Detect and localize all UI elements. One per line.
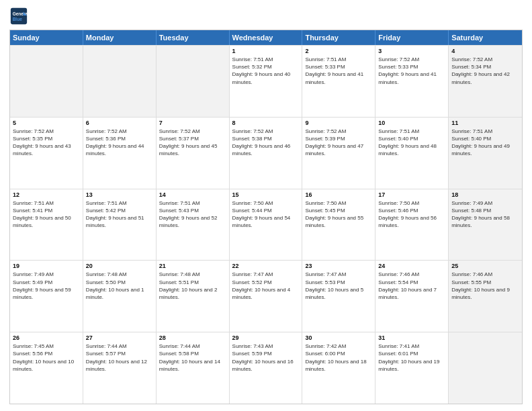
cal-cell: 3Sunrise: 7:52 AM Sunset: 5:33 PM Daylig… (375, 46, 449, 117)
cal-cell: 31Sunrise: 7:41 AM Sunset: 6:01 PM Dayli… (375, 332, 449, 404)
day-number: 12 (13, 191, 80, 198)
week-row-2: 5Sunrise: 7:52 AM Sunset: 5:35 PM Daylig… (10, 117, 522, 189)
cal-cell: 5Sunrise: 7:52 AM Sunset: 5:35 PM Daylig… (10, 118, 83, 189)
day-info: Sunrise: 7:51 AM Sunset: 5:43 PM Dayligh… (159, 199, 226, 230)
day-info: Sunrise: 7:45 AM Sunset: 5:56 PM Dayligh… (13, 342, 80, 373)
cal-cell: 6Sunrise: 7:52 AM Sunset: 5:36 PM Daylig… (83, 118, 157, 189)
cal-cell: 10Sunrise: 7:51 AM Sunset: 5:40 PM Dayli… (375, 118, 449, 189)
cal-cell: 7Sunrise: 7:52 AM Sunset: 5:37 PM Daylig… (157, 118, 230, 189)
day-info: Sunrise: 7:50 AM Sunset: 5:45 PM Dayligh… (305, 199, 372, 230)
cal-cell: 22Sunrise: 7:47 AM Sunset: 5:52 PM Dayli… (230, 261, 303, 332)
cal-cell: 18Sunrise: 7:49 AM Sunset: 5:48 PM Dayli… (449, 189, 522, 261)
cal-cell: 2Sunrise: 7:51 AM Sunset: 5:33 PM Daylig… (302, 46, 375, 117)
cal-cell (157, 46, 230, 117)
week-row-5: 26Sunrise: 7:45 AM Sunset: 5:56 PM Dayli… (10, 332, 522, 404)
day-number: 5 (13, 120, 80, 126)
cal-cell: 4Sunrise: 7:52 AM Sunset: 5:34 PM Daylig… (449, 46, 522, 117)
day-info: Sunrise: 7:46 AM Sunset: 5:54 PM Dayligh… (378, 271, 445, 301)
day-number: 16 (305, 191, 372, 198)
cal-cell: 8Sunrise: 7:52 AM Sunset: 5:38 PM Daylig… (230, 118, 303, 189)
day-number: 19 (13, 263, 80, 269)
cal-cell: 1Sunrise: 7:51 AM Sunset: 5:32 PM Daylig… (230, 46, 303, 117)
day-number: 15 (232, 191, 300, 198)
day-info: Sunrise: 7:48 AM Sunset: 5:50 PM Dayligh… (86, 271, 153, 301)
calendar: SundayMondayTuesdayWednesdayThursdayFrid… (9, 30, 523, 404)
day-number: 29 (232, 334, 300, 341)
day-number: 26 (13, 334, 80, 341)
day-info: Sunrise: 7:51 AM Sunset: 5:42 PM Dayligh… (86, 199, 153, 230)
day-info: Sunrise: 7:47 AM Sunset: 5:52 PM Dayligh… (232, 271, 300, 301)
cal-cell: 13Sunrise: 7:51 AM Sunset: 5:42 PM Dayli… (83, 189, 157, 261)
day-number: 10 (378, 120, 445, 126)
day-number: 21 (159, 263, 226, 269)
day-header-monday: Monday (83, 30, 157, 45)
day-number: 9 (305, 120, 372, 126)
week-row-3: 12Sunrise: 7:51 AM Sunset: 5:41 PM Dayli… (10, 189, 522, 261)
day-number: 14 (159, 191, 226, 198)
day-number: 7 (159, 120, 226, 126)
cal-cell: 17Sunrise: 7:50 AM Sunset: 5:46 PM Dayli… (375, 189, 449, 261)
day-info: Sunrise: 7:51 AM Sunset: 5:41 PM Dayligh… (13, 199, 80, 230)
cal-cell (449, 332, 522, 404)
day-number: 23 (305, 263, 372, 269)
day-info: Sunrise: 7:52 AM Sunset: 5:34 PM Dayligh… (451, 56, 519, 86)
logo-icon: General Blue (9, 7, 28, 26)
day-header-wednesday: Wednesday (230, 30, 303, 45)
cal-cell: 23Sunrise: 7:47 AM Sunset: 5:53 PM Dayli… (302, 261, 375, 332)
day-info: Sunrise: 7:51 AM Sunset: 5:40 PM Dayligh… (451, 128, 519, 158)
day-number: 8 (232, 120, 300, 126)
day-info: Sunrise: 7:42 AM Sunset: 6:00 PM Dayligh… (305, 342, 372, 373)
day-number: 30 (305, 334, 372, 341)
day-number: 18 (451, 191, 519, 198)
day-info: Sunrise: 7:52 AM Sunset: 5:35 PM Dayligh… (13, 128, 80, 158)
day-number: 1 (232, 48, 300, 54)
day-info: Sunrise: 7:52 AM Sunset: 5:33 PM Dayligh… (378, 56, 445, 86)
day-info: Sunrise: 7:41 AM Sunset: 6:01 PM Dayligh… (378, 342, 445, 373)
day-number: 24 (378, 263, 445, 269)
day-header-thursday: Thursday (302, 30, 375, 45)
day-header-tuesday: Tuesday (157, 30, 230, 45)
cal-cell: 9Sunrise: 7:52 AM Sunset: 5:39 PM Daylig… (302, 118, 375, 189)
day-info: Sunrise: 7:46 AM Sunset: 5:55 PM Dayligh… (451, 271, 519, 301)
calendar-body: 1Sunrise: 7:51 AM Sunset: 5:32 PM Daylig… (10, 45, 522, 404)
cal-cell: 21Sunrise: 7:48 AM Sunset: 5:51 PM Dayli… (157, 261, 230, 332)
day-info: Sunrise: 7:43 AM Sunset: 5:59 PM Dayligh… (232, 342, 300, 373)
cal-cell: 12Sunrise: 7:51 AM Sunset: 5:41 PM Dayli… (10, 189, 83, 261)
cal-cell: 11Sunrise: 7:51 AM Sunset: 5:40 PM Dayli… (449, 118, 522, 189)
cal-cell: 30Sunrise: 7:42 AM Sunset: 6:00 PM Dayli… (302, 332, 375, 404)
day-number: 6 (86, 120, 153, 126)
week-row-1: 1Sunrise: 7:51 AM Sunset: 5:32 PM Daylig… (10, 45, 522, 117)
day-info: Sunrise: 7:52 AM Sunset: 5:39 PM Dayligh… (305, 128, 372, 158)
cal-cell: 28Sunrise: 7:44 AM Sunset: 5:58 PM Dayli… (157, 332, 230, 404)
cal-cell: 24Sunrise: 7:46 AM Sunset: 5:54 PM Dayli… (375, 261, 449, 332)
cal-cell (83, 46, 157, 117)
cal-cell: 15Sunrise: 7:50 AM Sunset: 5:44 PM Dayli… (230, 189, 303, 261)
day-number: 22 (232, 263, 300, 269)
day-info: Sunrise: 7:50 AM Sunset: 5:44 PM Dayligh… (232, 199, 300, 230)
day-number: 2 (305, 48, 372, 54)
day-info: Sunrise: 7:50 AM Sunset: 5:46 PM Dayligh… (378, 199, 445, 230)
day-info: Sunrise: 7:44 AM Sunset: 5:58 PM Dayligh… (159, 342, 226, 373)
day-number: 13 (86, 191, 153, 198)
day-info: Sunrise: 7:44 AM Sunset: 5:57 PM Dayligh… (86, 342, 153, 373)
cal-cell: 14Sunrise: 7:51 AM Sunset: 5:43 PM Dayli… (157, 189, 230, 261)
page-header: General Blue (9, 7, 523, 26)
day-number: 17 (378, 191, 445, 198)
cal-cell: 25Sunrise: 7:46 AM Sunset: 5:55 PM Dayli… (449, 261, 522, 332)
day-header-sunday: Sunday (10, 30, 83, 45)
day-number: 4 (451, 48, 519, 54)
logo: General Blue (9, 7, 31, 26)
day-number: 28 (159, 334, 226, 341)
day-header-friday: Friday (375, 30, 449, 45)
day-info: Sunrise: 7:49 AM Sunset: 5:49 PM Dayligh… (13, 271, 80, 301)
day-number: 3 (378, 48, 445, 54)
day-info: Sunrise: 7:52 AM Sunset: 5:36 PM Dayligh… (86, 128, 153, 158)
svg-text:Blue: Blue (13, 17, 22, 21)
cal-cell: 29Sunrise: 7:43 AM Sunset: 5:59 PM Dayli… (230, 332, 303, 404)
day-info: Sunrise: 7:51 AM Sunset: 5:40 PM Dayligh… (378, 128, 445, 158)
cal-cell: 16Sunrise: 7:50 AM Sunset: 5:45 PM Dayli… (302, 189, 375, 261)
cal-cell (10, 46, 83, 117)
week-row-4: 19Sunrise: 7:49 AM Sunset: 5:49 PM Dayli… (10, 260, 522, 332)
calendar-header-row: SundayMondayTuesdayWednesdayThursdayFrid… (10, 30, 522, 45)
cal-cell: 27Sunrise: 7:44 AM Sunset: 5:57 PM Dayli… (83, 332, 157, 404)
